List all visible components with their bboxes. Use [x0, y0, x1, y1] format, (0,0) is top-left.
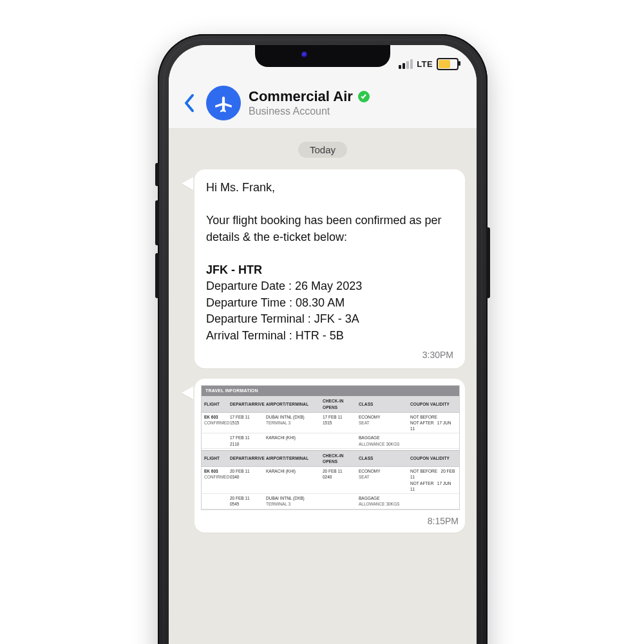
- date-separator: Today: [298, 142, 347, 158]
- arr-term-value: HTR - 5B: [296, 329, 344, 342]
- arr-term-label: Arrival Terminal :: [206, 329, 292, 342]
- eticket-title: TRAVEL INFORMATION: [202, 386, 459, 396]
- network-label: LTE: [417, 59, 433, 69]
- verified-badge-icon: [358, 91, 370, 102]
- cell-signal-icon: [399, 59, 413, 69]
- battery-icon: [437, 58, 459, 70]
- message-bubble[interactable]: TRAVEL INFORMATION FLIGHT DEPART/ARRIVE …: [194, 379, 465, 533]
- phone-frame: LTE Commercial Air: [158, 34, 488, 644]
- volume-down-button[interactable]: [155, 253, 159, 298]
- eticket-segment: FLIGHT DEPART/ARRIVE AIRPORT/TERMINAL CH…: [202, 396, 459, 451]
- chevron-left-icon: [184, 93, 195, 113]
- message-row: TRAVEL INFORMATION FLIGHT DEPART/ARRIVE …: [169, 376, 477, 540]
- dep-time-label: Departure Time :: [206, 296, 292, 309]
- message-timestamp: 3:30PM: [206, 349, 453, 362]
- chat-header: Commercial Air Business Account: [169, 77, 477, 129]
- dep-date-value: 26 May 2023: [295, 279, 362, 292]
- contact-subtitle: Business Account: [249, 105, 370, 117]
- dep-date-label: Departure Date :: [206, 279, 292, 292]
- bubble-tail: [180, 169, 194, 368]
- notch: [255, 45, 390, 67]
- message-timestamp: 8:15PM: [201, 515, 459, 528]
- front-camera: [301, 52, 308, 58]
- contact-name: Commercial Air: [249, 88, 353, 105]
- bubble-tail: [180, 379, 194, 533]
- mute-switch[interactable]: [155, 163, 159, 186]
- avatar[interactable]: [206, 86, 241, 120]
- message-body: Your flight booking has been confirmed a…: [206, 213, 453, 245]
- airplane-icon: [213, 92, 234, 114]
- chat-body[interactable]: Today Hi Ms. Frank, Your flight booking …: [169, 129, 477, 644]
- dep-term-label: Departure Terminal :: [206, 312, 311, 325]
- eticket-attachment[interactable]: TRAVEL INFORMATION FLIGHT DEPART/ARRIVE …: [201, 385, 460, 509]
- message-row: Hi Ms. Frank, Your flight booking has be…: [169, 167, 477, 376]
- back-button[interactable]: [180, 90, 198, 116]
- eticket-segment: FLIGHT DEPART/ARRIVE AIRPORT/TERMINAL CH…: [202, 451, 459, 509]
- message-bubble[interactable]: Hi Ms. Frank, Your flight booking has be…: [194, 169, 465, 368]
- flight-route: JFK - HTR: [206, 262, 453, 279]
- dep-time-value: 08.30 AM: [296, 296, 345, 309]
- dep-term-value: JFK - 3A: [314, 312, 359, 325]
- volume-up-button[interactable]: [155, 200, 159, 245]
- screen: LTE Commercial Air: [169, 45, 477, 644]
- power-button[interactable]: [486, 227, 490, 298]
- message-greeting: Hi Ms. Frank,: [206, 180, 453, 196]
